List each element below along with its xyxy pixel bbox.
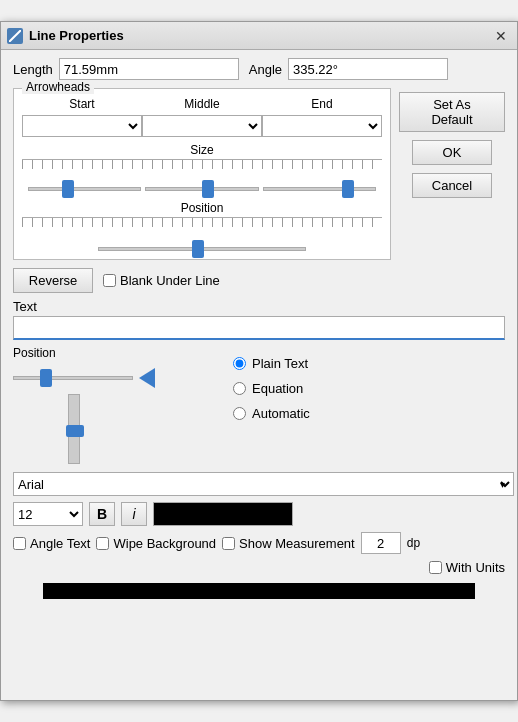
blank-under-line-checkbox-label[interactable]: Blank Under Line [103,273,220,288]
ok-button[interactable]: OK [412,140,492,165]
size-sliders [22,171,382,191]
text-pos-v-track [68,394,80,464]
bold-button[interactable]: B [89,502,115,526]
start-arrow-select[interactable] [22,115,142,137]
with-units-label[interactable]: With Units [429,560,505,575]
font-row: Arial ▾ [13,472,505,496]
italic-button[interactable]: i [121,502,147,526]
size-thumb-3[interactable] [342,180,354,198]
with-units-text: With Units [446,560,505,575]
dialog-title: Line Properties [29,28,491,43]
angle-text-checkbox[interactable] [13,537,26,550]
set-as-default-button[interactable]: Set As Default [399,92,505,132]
right-panel: Set As Default OK Cancel [399,88,505,299]
color-picker[interactable] [153,502,293,526]
text-pos-h-track [13,376,133,380]
automatic-radio[interactable] [233,407,246,420]
angle-text-text: Angle Text [30,536,90,551]
line-properties-dialog: Line Properties ✕ Length Angle Arrowhead… [0,21,518,701]
blank-under-line-checkbox[interactable] [103,274,116,287]
font-family-select[interactable]: Arial [13,472,514,496]
end-label: End [311,97,332,111]
plain-text-label: Plain Text [252,356,308,371]
equation-label: Equation [252,381,303,396]
reverse-row: Reverse Blank Under Line [13,268,391,293]
position-slider-col: Position [13,346,213,464]
format-row: 12 B i [13,502,505,526]
title-bar: Line Properties ✕ [1,22,517,50]
close-button[interactable]: ✕ [491,26,511,46]
plain-text-radio[interactable] [233,357,246,370]
svg-line-0 [9,30,21,42]
text-pos-arrow[interactable] [139,368,155,388]
angle-input[interactable] [288,58,448,80]
arrowheads-section: Arrowheads Start Middle [13,88,391,260]
automatic-label: Automatic [252,406,310,421]
bottom-options-row: Angle Text Wipe Background Show Measurem… [13,532,505,554]
size-thumb-1[interactable] [62,180,74,198]
show-measurement-checkbox[interactable] [222,537,235,550]
equation-radio[interactable] [233,382,246,395]
text-position-label: Position [13,346,213,360]
text-label: Text [13,299,505,314]
font-size-select[interactable]: 12 [13,502,83,526]
radio-col: Plain Text Equation Automatic [213,346,505,464]
size-thumb-2[interactable] [202,180,214,198]
preview-row [13,583,505,599]
position-label: Position [22,201,382,215]
text-input[interactable] [13,316,505,340]
position-radio-row: Position [13,346,505,464]
show-measurement-text: Show Measurement [239,536,355,551]
dialog-icon [7,28,23,44]
size-track-3 [263,187,376,191]
show-measurement-label[interactable]: Show Measurement [222,536,355,551]
with-units-checkbox[interactable] [429,561,442,574]
dp-input[interactable] [361,532,401,554]
wipe-background-checkbox[interactable] [96,537,109,550]
preview-bar [43,583,475,599]
automatic-radio-label[interactable]: Automatic [233,406,505,421]
position-track [98,247,307,251]
size-label: Size [22,143,382,157]
dp-label: dp [407,536,420,550]
end-arrow-select[interactable] [262,115,382,137]
text-pos-v-thumb[interactable] [66,425,84,437]
middle-arrow-select[interactable] [142,115,262,137]
angle-label: Angle [249,62,282,77]
length-label: Length [13,62,53,77]
angle-text-label[interactable]: Angle Text [13,536,90,551]
size-track-1 [28,187,141,191]
with-units-row: With Units [13,560,505,575]
wipe-background-label[interactable]: Wipe Background [96,536,216,551]
wipe-background-text: Wipe Background [113,536,216,551]
reverse-button[interactable]: Reverse [13,268,93,293]
arrowheads-label: Arrowheads [22,80,94,94]
text-section: Text [13,299,505,340]
plain-text-radio-label[interactable]: Plain Text [233,356,505,371]
middle-label: Middle [184,97,219,111]
equation-radio-label[interactable]: Equation [233,381,505,396]
blank-under-line-label: Blank Under Line [120,273,220,288]
cancel-button[interactable]: Cancel [412,173,492,198]
text-pos-h-thumb[interactable] [40,369,52,387]
position-thumb[interactable] [192,240,204,258]
length-input[interactable] [59,58,239,80]
start-label: Start [69,97,94,111]
size-track-2 [145,187,258,191]
